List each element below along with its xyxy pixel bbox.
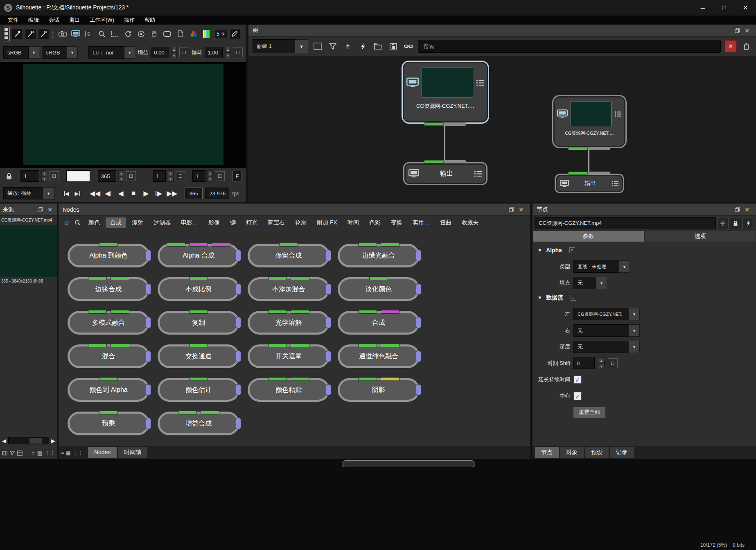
sub-step-spinner[interactable]: ▲▼ — [208, 170, 213, 182]
goto-end-button[interactable]: ▶ — [73, 187, 81, 199]
chevron-down-icon[interactable]: ▾ — [67, 46, 78, 59]
duration-field[interactable]: 365 — [185, 188, 203, 199]
node-button-2[interactable]: 保留合成 — [248, 244, 329, 267]
add-folder-icon[interactable] — [372, 41, 384, 52]
nodes-tab-3[interactable]: 过滤器 — [149, 217, 175, 228]
node-button-4[interactable]: 边缘合成 — [68, 277, 149, 301]
view-colorspace-select[interactable]: sRGB▾ — [3, 46, 39, 59]
add-button[interactable] — [717, 217, 729, 229]
lock-icon[interactable] — [730, 217, 741, 229]
stereo-icon[interactable]: S — [83, 28, 94, 39]
fps-field[interactable]: 23.976 — [205, 188, 229, 199]
node-button-6[interactable]: 不添加混合 — [248, 277, 329, 301]
search-input[interactable] — [418, 40, 721, 53]
step-field[interactable]: 1 — [153, 170, 166, 182]
end-keyframe-box[interactable] — [126, 171, 136, 181]
section-keyframe-box[interactable] — [571, 295, 576, 301]
timebar-scrollbar[interactable] — [342, 460, 475, 467]
nodes-tab-1[interactable]: 合成 — [106, 217, 126, 228]
alpha-fill-select[interactable]: 无 ▾ — [573, 277, 607, 289]
sub-step-field[interactable]: 1 — [192, 170, 205, 182]
output-node-1[interactable]: 输出 — [403, 162, 487, 185]
display-colorspace-select[interactable]: sRGB▾ — [42, 46, 78, 59]
step-spinner[interactable]: ▲▼ — [168, 170, 174, 182]
in-frame-field[interactable]: 1 — [20, 170, 39, 182]
nodes-tab-14[interactable]: 实用… — [408, 217, 434, 228]
next-keyframe-button[interactable]: ▶▶ — [167, 187, 177, 199]
render-flash-icon[interactable] — [357, 41, 369, 52]
pan-hand-icon[interactable] — [149, 28, 160, 39]
center-checkbox[interactable]: ✓ — [573, 392, 582, 400]
goto-start-button[interactable]: ◀ — [62, 187, 70, 199]
stream-section-header[interactable]: ▼ 数据流 — [533, 291, 756, 304]
play-reverse-button[interactable]: ◀ — [116, 187, 126, 199]
maximize-button[interactable]: □ — [713, 0, 735, 16]
float-panel-icon[interactable] — [732, 205, 742, 214]
nodes-tab-16[interactable]: 收藏夹 — [457, 217, 483, 228]
step-back-button[interactable]: ◀ — [103, 187, 113, 199]
end-frame-spinner[interactable]: ▲▼ — [118, 170, 124, 182]
nodes-panel-tab-0[interactable]: Nodes — [88, 447, 117, 458]
close-panel-icon[interactable]: ✕ — [742, 26, 752, 35]
color-wheel-icon[interactable] — [188, 28, 199, 39]
menu-item-0[interactable]: 文件 — [3, 16, 23, 24]
scroll-thumb[interactable] — [29, 438, 42, 444]
nodes-tab-2[interactable]: 漫射 — [127, 217, 148, 228]
menu-item-6[interactable]: 帮助 — [140, 16, 160, 24]
node-panel-tab-2[interactable]: 预设 — [585, 447, 609, 458]
lut-select[interactable]: LUT:nor ▾ — [88, 46, 135, 59]
list-view-icon[interactable]: ≡ — [32, 450, 35, 456]
chevron-down-icon[interactable]: ▾ — [29, 46, 39, 59]
nodes-tab-8[interactable]: 蓝宝石 — [263, 217, 289, 228]
section-keyframe-box[interactable] — [569, 247, 575, 253]
close-button[interactable]: ✕ — [735, 0, 756, 16]
node-output-port-active[interactable] — [568, 147, 588, 150]
nodes-tab-7[interactable]: 灯光 — [241, 217, 262, 228]
scroll-right-button[interactable]: ▶ — [50, 438, 56, 444]
source-file-name[interactable]: CG资源网-CGZY.NET.mp4 — [0, 216, 57, 225]
menu-item-3[interactable]: 窗口 — [65, 16, 84, 24]
grid-view-icon[interactable]: ▦ — [66, 450, 71, 456]
node-button-12[interactable]: 混合 — [68, 344, 149, 368]
alpha-section-header[interactable]: ▼ Alpha — [533, 244, 756, 257]
nodes-panel-tab-1[interactable]: 时间轴 — [118, 447, 147, 458]
prev-keyframe-button[interactable]: ◀◀ — [90, 187, 100, 199]
detail-view-icon[interactable]: ⋮⋮ — [45, 450, 55, 456]
right-input-select[interactable]: 无 ▾ — [573, 324, 640, 337]
node-graph[interactable]: CG资源网-CGZY.NET.… 输出 CG资源网-CGZY.NET.… 输出 — [248, 56, 756, 202]
in-frame-spinner[interactable]: ▲▼ — [41, 170, 47, 182]
node-button-0[interactable]: Alpha 到颜色 — [68, 244, 149, 267]
depth-select[interactable]: 无 ▾ — [573, 341, 640, 353]
node-button-19[interactable]: 阴影 — [338, 378, 420, 402]
nodes-tab-6[interactable]: 键 — [226, 217, 240, 228]
detail-view-icon[interactable]: ⋮⋮ — [72, 450, 83, 456]
session-select[interactable]: 新建 1 ▾ — [253, 39, 308, 53]
search-nodes-icon[interactable] — [73, 218, 83, 227]
close-panel-icon[interactable]: ✕ — [742, 205, 752, 214]
node-button-5[interactable]: 不成比例 — [158, 277, 239, 301]
node-button-13[interactable]: 交换通道 — [158, 344, 239, 368]
link-nodes-icon[interactable] — [403, 41, 414, 52]
zoom-tool-icon[interactable] — [96, 28, 107, 39]
bezier-tool-icon[interactable] — [12, 28, 23, 39]
extend-duration-checkbox[interactable]: ✓ — [573, 376, 582, 384]
time-shift-field[interactable]: 0 — [573, 358, 595, 369]
node-input-port-active[interactable] — [424, 160, 444, 163]
node-button-3[interactable]: 边缘光融合 — [338, 244, 420, 267]
gamma-keyframe-box[interactable] — [233, 48, 243, 57]
reset-all-button[interactable]: 重置全部 — [573, 407, 605, 418]
in-keyframe-box[interactable] — [49, 171, 59, 181]
step-forward-button[interactable]: ▶ — [154, 187, 164, 199]
gamma-spinner[interactable]: ▲▼ — [225, 47, 230, 58]
node-name-field[interactable]: CG资源网-CGZY.NET.mp4 — [535, 217, 716, 229]
overlay-rect-icon[interactable] — [162, 28, 173, 39]
minimize-button[interactable]: ─ — [692, 0, 713, 16]
gain-field[interactable]: 0.00 — [151, 47, 169, 58]
list-view-icon[interactable]: ≡ — [61, 450, 64, 456]
node-button-7[interactable]: 淡化颜色 — [338, 277, 420, 301]
output-node-2[interactable]: 输出 — [555, 174, 624, 193]
time-shift-spinner[interactable]: ▲▼ — [598, 358, 605, 369]
source-node-2[interactable]: CG资源网-CGZY.NET.… — [552, 95, 627, 148]
current-frame-field[interactable] — [66, 170, 90, 182]
scroll-track[interactable] — [8, 437, 49, 444]
